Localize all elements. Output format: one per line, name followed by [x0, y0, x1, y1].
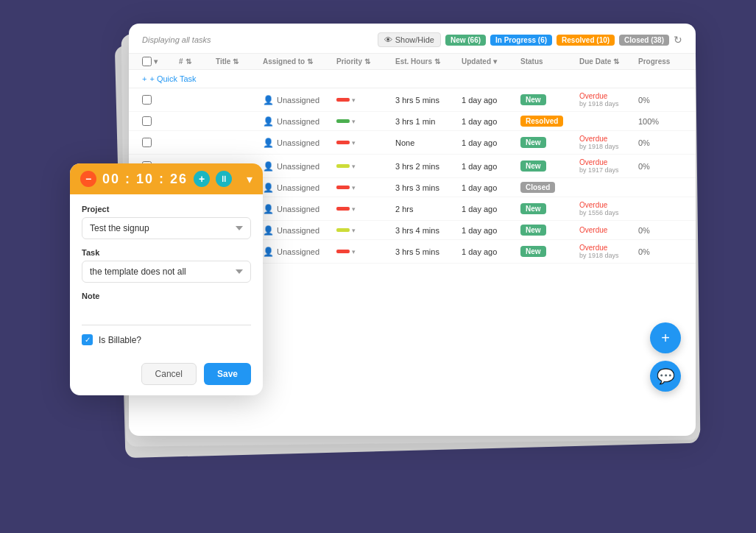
row-est-hours: 3 hrs 3 mins [395, 183, 462, 192]
priority-indicator [336, 141, 350, 144]
row-priority: ▾ [336, 139, 395, 147]
assignee-icon: 👤 [263, 225, 274, 236]
assignee-icon: 👤 [263, 138, 274, 148]
timer-chevron-icon[interactable]: ▾ [247, 172, 252, 186]
priority-indicator [336, 250, 350, 253]
assignee-icon: 👤 [263, 95, 274, 105]
col-updated: Updated ▾ [462, 57, 520, 66]
priority-indicator [336, 207, 350, 211]
row-status: New [520, 137, 579, 148]
col-est-hours: Est. Hours ⇅ [395, 57, 462, 66]
dropdown-arrow[interactable]: ▾ [352, 139, 356, 147]
task-label: Task [82, 248, 251, 257]
timer-add-button[interactable]: + [194, 171, 210, 187]
quick-task-button[interactable]: + + Quick Task [142, 74, 197, 83]
col-status: Status [520, 57, 579, 66]
project-select[interactable]: Test the signup [82, 217, 251, 239]
col-number: # ⇅ [179, 57, 216, 66]
row-progress: 100% [638, 117, 682, 126]
row-progress: 0% [638, 162, 682, 171]
row-due-date: Overdue by 1556 days [579, 201, 638, 216]
row-status: New [520, 246, 579, 257]
timer-widget: − 00 : 10 : 26 + ⏸ ▾ Project Test the si… [70, 163, 263, 395]
badge-inprogress[interactable]: In Progress (6) [490, 35, 552, 46]
assignee-icon: 👤 [263, 247, 274, 257]
row-progress: 0% [638, 226, 682, 235]
add-fab-button[interactable]: + [650, 322, 681, 353]
table-row: 👤 Unassigned ▾ 3 hrs 5 mins 1 day ago Ne… [129, 88, 696, 112]
row-updated: 1 day ago [462, 138, 520, 147]
col-due-date: Due Date ⇅ [579, 57, 638, 66]
dropdown-arrow[interactable]: ▾ [352, 163, 356, 170]
note-input[interactable] [82, 304, 251, 325]
chat-fab-button[interactable]: 💬 [650, 361, 681, 392]
priority-indicator [336, 186, 350, 189]
assignee-icon: 👤 [263, 161, 274, 172]
row-priority: ▾ [336, 118, 395, 125]
select-all-checkbox[interactable] [142, 57, 152, 66]
badge-closed[interactable]: Closed (38) [619, 35, 669, 46]
row-due-date: Overdue by 1918 days [579, 135, 638, 150]
timer-footer: Cancel Save [70, 356, 263, 395]
row-priority: ▾ [336, 227, 395, 234]
displaying-text: Displaying all tasks [142, 35, 211, 44]
billable-label: Is Billable? [99, 335, 141, 345]
timer-body: Project Test the signup Task the templat… [70, 194, 263, 356]
row-est-hours: 3 hrs 5 mins [395, 96, 462, 105]
row-updated: 1 day ago [462, 117, 520, 126]
row-due-date: Overdue by 1917 days [579, 158, 638, 174]
row-est-hours: None [395, 138, 462, 147]
billable-row: Is Billable? [82, 334, 251, 345]
row-due-date: Overdue [579, 226, 638, 234]
row-est-hours: 3 hrs 2 mins [395, 162, 462, 171]
fab-container: + 💬 [650, 322, 681, 392]
timer-minus-button[interactable]: − [80, 171, 96, 187]
timer-pause-button[interactable]: ⏸ [216, 171, 232, 187]
row-checkbox[interactable] [142, 116, 179, 126]
row-est-hours: 3 hrs 5 mins [395, 247, 462, 256]
badge-resolved[interactable]: Resolved (10) [557, 35, 615, 46]
assignee-icon: 👤 [263, 204, 274, 214]
cancel-button[interactable]: Cancel [141, 363, 197, 385]
note-label: Note [82, 292, 251, 300]
col-assigned: Assigned to ⇅ [263, 57, 336, 66]
billable-checkbox[interactable] [82, 334, 93, 345]
table-row: 👤 Unassigned ▾ None 1 day ago New Overdu… [129, 131, 696, 155]
dropdown-arrow[interactable]: ▾ [352, 118, 356, 125]
save-button[interactable]: Save [204, 363, 251, 385]
refresh-button[interactable]: ↻ [674, 34, 682, 46]
row-assigned: 👤 Unassigned [263, 95, 336, 105]
row-updated: 1 day ago [462, 183, 520, 192]
priority-indicator [336, 98, 350, 102]
row-priority: ▾ [336, 96, 395, 104]
col-checkbox: ▾ [142, 57, 179, 66]
dropdown-arrow[interactable]: ▾ [352, 227, 356, 234]
row-priority: ▾ [336, 205, 395, 213]
row-progress: 0% [638, 138, 682, 147]
row-assigned: 👤 Unassigned [263, 247, 336, 257]
assignee-icon: 👤 [263, 116, 274, 127]
project-label: Project [82, 205, 251, 213]
dropdown-arrow[interactable]: ▾ [352, 96, 356, 104]
task-group: Task the template does not all [82, 248, 251, 283]
row-assigned: 👤 Unassigned [263, 161, 336, 172]
timer-display: 00 : 10 : 26 [102, 172, 188, 187]
note-group: Note [82, 292, 251, 325]
task-select[interactable]: the template does not all [82, 261, 251, 283]
row-updated: 1 day ago [462, 205, 520, 213]
row-assigned: 👤 Unassigned [263, 116, 336, 127]
row-priority: ▾ [336, 184, 395, 191]
row-checkbox[interactable] [142, 95, 179, 105]
badge-new[interactable]: New (66) [445, 35, 486, 46]
project-group: Project Test the signup [82, 205, 251, 239]
priority-indicator [336, 164, 350, 168]
show-hide-button[interactable]: 👁 Show/Hide [378, 32, 441, 47]
row-status: New [520, 160, 579, 172]
dropdown-arrow[interactable]: ▾ [352, 248, 356, 255]
row-priority: ▾ [336, 163, 395, 170]
dropdown-arrow[interactable]: ▾ [352, 205, 356, 213]
row-status: Closed [520, 182, 579, 193]
row-assigned: 👤 Unassigned [263, 138, 336, 148]
dropdown-arrow[interactable]: ▾ [352, 184, 356, 191]
row-checkbox[interactable] [142, 138, 179, 147]
